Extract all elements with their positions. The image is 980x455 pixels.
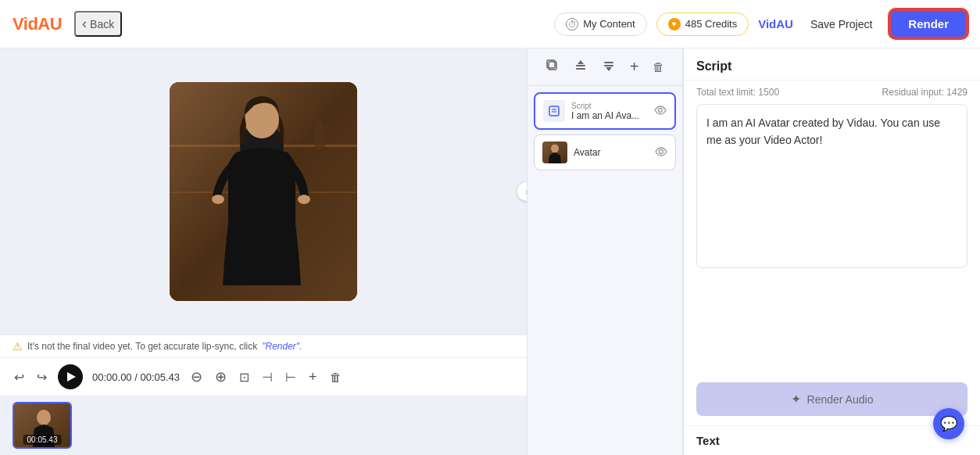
warning-icon: ⚠ (13, 340, 23, 353)
warning-render-link[interactable]: "Render". (262, 341, 302, 352)
spark-icon: ✦ (791, 392, 801, 407)
move-up-button[interactable] (572, 57, 589, 77)
scene-avatar-text: Avatar (574, 147, 644, 158)
main-area: › ⚠ It's not the final video yet. To get… (0, 48, 980, 455)
undo-button[interactable]: ↩ (13, 368, 26, 386)
script-textarea[interactable]: I am an AI Avatar created by Vidau. You … (696, 104, 967, 268)
text-section-label: Text (696, 434, 720, 447)
logo: VidAU (13, 14, 62, 34)
logo-vid: Vid (13, 14, 38, 34)
time-current: 00:00.00 (92, 371, 132, 383)
svg-point-10 (37, 410, 51, 425)
back-label: Back (90, 18, 114, 30)
thumbnail-time: 00:05.43 (23, 435, 62, 445)
zoom-out-icon: ⊖ (191, 368, 202, 385)
render-button[interactable]: Render (889, 9, 967, 38)
split-right-icon: ⊢ (285, 370, 296, 385)
svg-point-7 (212, 195, 224, 204)
scene-avatar-thumb-img (542, 142, 567, 163)
svg-rect-14 (576, 65, 585, 66)
copy-icon (545, 59, 560, 76)
add-scene-icon: + (630, 58, 639, 76)
credits-button[interactable]: ♥ 485 Credits (656, 13, 749, 36)
add-timeline-button[interactable]: + (307, 367, 319, 387)
vidau-brand: VidAU (758, 17, 793, 30)
frame-button[interactable]: ⊡ (238, 368, 251, 386)
play-button[interactable] (58, 364, 83, 389)
residual-label: Residual input: 1429 (882, 87, 967, 98)
svg-rect-4 (317, 120, 322, 129)
svg-point-23 (660, 150, 663, 154)
back-arrow-icon: ‹ (82, 16, 87, 32)
back-button[interactable]: ‹ Back (74, 11, 122, 37)
zoom-in-icon: ⊕ (215, 368, 227, 385)
delete-scene-icon: 🗑 (653, 60, 664, 73)
save-label: Save Project (810, 18, 872, 30)
time-total: 00:05.43 (140, 371, 180, 383)
scene-item-avatar[interactable]: Avatar (534, 134, 676, 170)
scene-script-label: Script I am an AI Ava... (571, 102, 648, 121)
warning-text: It's not the final video yet. To get acc… (27, 341, 257, 352)
timeline-bar: ↩ ↪ 00:00.00 / 00:05.43 ⊖ ⊕ ⊡ (0, 357, 527, 396)
split-left-icon: ⊣ (262, 370, 273, 385)
video-preview (170, 82, 357, 301)
move-up-icon (574, 59, 588, 76)
delete-timeline-button[interactable]: 🗑 (328, 369, 343, 385)
svg-rect-13 (576, 68, 585, 70)
delete-scene-button[interactable]: 🗑 (651, 59, 666, 75)
collapse-panel-button[interactable]: › (517, 182, 527, 201)
mycontent-button[interactable]: ⏱ My Content (554, 13, 646, 36)
delete-timeline-icon: 🗑 (330, 371, 342, 384)
svg-rect-16 (604, 65, 613, 66)
scene-script-icon (543, 100, 565, 122)
thumbnail-strip: 00:05.43 (0, 396, 527, 455)
scene-item-script[interactable]: Script I am an AI Ava... (534, 92, 676, 130)
move-down-button[interactable] (600, 57, 617, 77)
render-label: Render (908, 17, 949, 30)
render-audio-button[interactable]: ✦ Render Audio (696, 382, 967, 416)
header: VidAU ‹ Back ⏱ My Content ♥ 485 Credits … (0, 0, 980, 48)
zoom-in-button[interactable]: ⊕ (213, 367, 228, 387)
total-limit-label: Total text limit: 1500 (696, 87, 779, 98)
warning-bar: ⚠ It's not the final video yet. To get a… (0, 335, 527, 357)
collapse-arrow-icon: › (525, 187, 527, 196)
scene-script-text: I am an AI Ava... (571, 110, 642, 121)
left-panel: › ⚠ It's not the final video yet. To get… (0, 48, 527, 455)
svg-rect-17 (549, 106, 559, 116)
thumbnail-item[interactable]: 00:05.43 (13, 402, 72, 449)
render-audio-label: Render Audio (807, 393, 874, 406)
scene-toolbar: + 🗑 (528, 48, 682, 86)
add-timeline-icon: + (309, 369, 317, 385)
clock-icon: ⏱ (566, 18, 578, 30)
frame-icon: ⊡ (239, 370, 249, 385)
logo-au: AU (38, 14, 62, 34)
scene-avatar-label: Avatar (574, 147, 649, 158)
script-textarea-wrap: I am an AI Avatar created by Vidau. You … (684, 104, 980, 382)
svg-point-8 (298, 195, 310, 204)
mycontent-label: My Content (583, 18, 635, 30)
scene-script-type: Script (571, 102, 648, 110)
zoom-out-button[interactable]: ⊖ (189, 367, 204, 387)
scene-avatar-eye-icon[interactable] (655, 146, 667, 159)
undo-icon: ↩ (14, 370, 24, 385)
script-title: Script (696, 59, 731, 73)
credits-label: 485 Credits (685, 18, 737, 30)
play-icon (67, 372, 76, 382)
scene-list: Script I am an AI Ava... (528, 86, 682, 455)
person-figure (170, 82, 357, 301)
redo-button[interactable]: ↪ (35, 368, 48, 386)
save-project-button[interactable]: Save Project (803, 13, 880, 35)
scene-script-eye-icon[interactable] (654, 105, 667, 117)
svg-rect-15 (604, 62, 613, 63)
scene-avatar-thumb (542, 142, 567, 163)
split-right-button[interactable]: ⊢ (284, 368, 298, 386)
redo-icon: ↪ (37, 370, 47, 385)
add-scene-button[interactable]: + (628, 56, 641, 77)
video-area: › (0, 48, 527, 335)
copy-scene-button[interactable] (544, 57, 561, 77)
chat-bubble-button[interactable]: 💬 (933, 408, 964, 439)
split-left-button[interactable]: ⊣ (260, 368, 274, 386)
svg-point-22 (551, 145, 559, 153)
right-panel: Script Total text limit: 1500 Residual i… (683, 48, 980, 455)
video-silhouette (170, 82, 357, 301)
